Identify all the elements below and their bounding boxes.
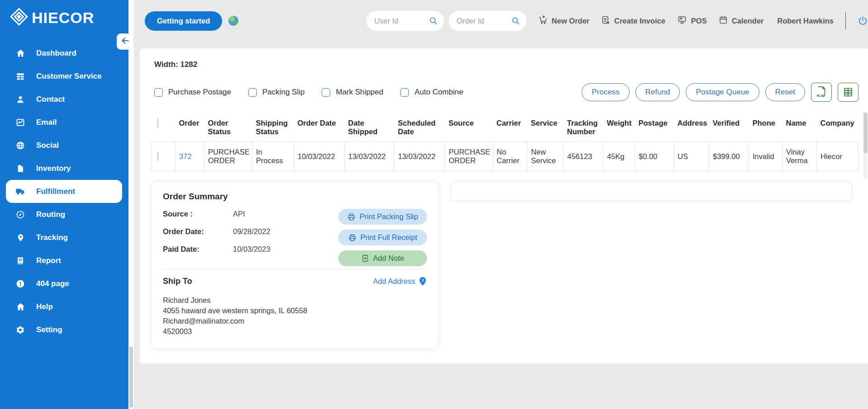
mark-shipped-checkbox[interactable]: Mark Shipped [322, 88, 383, 97]
col-verified: Verified [709, 114, 749, 142]
print-full-receipt-button[interactable]: Print Full Receipt [338, 230, 427, 245]
sidebar-item-dashboard[interactable]: Dashboard [0, 42, 128, 65]
file-icon [15, 164, 25, 173]
chart-line-icon [15, 118, 25, 127]
add-note-button[interactable]: Add Note [338, 250, 427, 266]
packing-slip-checkbox[interactable]: Packing Slip [248, 88, 305, 97]
field-label: Paid Date: [163, 245, 233, 254]
sidebar-item-fulfillment[interactable]: Fulfillment [6, 180, 122, 203]
print-packing-slip-label: Print Packing Slip [360, 212, 418, 221]
postage-queue-button[interactable]: Postage Queue [686, 83, 759, 101]
cell-service: New Service [527, 142, 564, 171]
cell-source: PURCHASE ORDER [445, 142, 493, 171]
invoice-icon [601, 15, 610, 26]
cell-order-status: PURCHASE ORDER [204, 142, 252, 171]
grid-icon [843, 87, 854, 98]
summary-fields: Source : API Order Date: 09/28/2022 Paid… [163, 210, 338, 266]
sidebar-item-contact[interactable]: Contact [0, 88, 128, 111]
process-button[interactable]: Process [582, 83, 629, 101]
arrow-left-icon [121, 36, 130, 47]
cell-scheduled-date: 13/03/2022 [394, 142, 445, 171]
sidebar-item-email[interactable]: Email [0, 111, 128, 134]
col-order: Order [175, 114, 204, 142]
calendar-button[interactable]: Calender [719, 15, 764, 26]
xls-label: XLS [816, 94, 824, 98]
auto-combine-checkbox[interactable]: Auto Combine [400, 88, 463, 97]
sidebar-item-inventory[interactable]: Inventory [0, 157, 128, 180]
globe-icon [15, 141, 25, 150]
printer-icon [347, 213, 356, 221]
checkbox-label: Auto Combine [414, 88, 463, 97]
filter-row: Purchase Postage Packing Slip Mark Shipp… [154, 83, 859, 102]
sidebar-item-label: Setting [36, 325, 62, 334]
export-xls-button[interactable]: XLS [811, 83, 832, 102]
sidebar-item-setting[interactable]: Setting [0, 318, 128, 341]
sidebar-item-customer-service[interactable]: Customer Service [0, 65, 128, 88]
logout-button[interactable] [858, 16, 868, 26]
table-scrollbar-track [863, 113, 868, 179]
printer-icon [348, 234, 356, 242]
reset-button[interactable]: Reset [765, 83, 805, 101]
create-invoice-button[interactable]: Create Invoice [601, 15, 665, 26]
brand-diamond-icon [10, 8, 28, 28]
table-view-button[interactable] [838, 83, 859, 102]
checkbox-label: Purchase Postage [168, 88, 231, 97]
field-label: Source : [163, 210, 233, 218]
source-field: Source : API [163, 210, 338, 218]
brand-logo[interactable]: HIECOR [0, 0, 128, 35]
sidebar-item-help[interactable]: Help [0, 295, 128, 318]
order-summary-title: Order Summary [163, 192, 427, 202]
pos-button[interactable]: POS [677, 15, 707, 26]
sidebar-scrollbar-track [128, 0, 134, 409]
row-checkbox[interactable] [157, 152, 158, 161]
sidebar-item-routing[interactable]: Routing [0, 203, 128, 226]
col-tracking-number: Tracking Number [564, 114, 603, 142]
col-order-date: Order Date [294, 114, 345, 142]
earth-globe-icon[interactable] [228, 16, 238, 26]
cell-shipping-status: In Process [252, 142, 294, 171]
fulfillment-panel: Width: 1282 Purchase Postage Packing Sli… [139, 48, 868, 364]
sidebar-item-label: Tracking [36, 233, 68, 242]
compass-icon [15, 210, 25, 219]
width-label: Width: 1282 [154, 60, 859, 69]
checkbox-label: Mark Shipped [336, 88, 383, 97]
user-id-search [366, 11, 444, 31]
search-icon[interactable] [429, 16, 438, 25]
user-icon [15, 95, 25, 104]
refund-button[interactable]: Refund [636, 83, 680, 101]
cell-verified: $399.00 [709, 142, 749, 171]
col-address: Address [674, 114, 709, 142]
user-id-search-input[interactable] [375, 17, 424, 25]
order-id-search-input[interactable] [457, 17, 507, 25]
col-postage: Postage [635, 114, 674, 142]
empty-panel [451, 181, 852, 201]
recipient-phone: 4520003 [163, 326, 427, 337]
sidebar-item-social[interactable]: Social [0, 134, 128, 157]
book-icon [15, 256, 25, 265]
cell-carrier: No Carrier [493, 142, 527, 171]
search-icon[interactable] [511, 16, 520, 25]
sidebar-collapse-button[interactable] [117, 33, 134, 50]
sidebar-item-404-page[interactable]: 404 page [0, 272, 128, 295]
summary-actions: Print Packing Slip Print Full Receipt Ad… [338, 209, 427, 266]
pos-label: POS [691, 17, 707, 25]
new-order-button[interactable]: New Order [538, 15, 589, 27]
add-address-link[interactable]: Add Address ? [373, 277, 427, 286]
field-value: API [233, 210, 245, 218]
sidebar-scrollbar-thumb[interactable] [129, 347, 133, 408]
sidebar-item-tracking[interactable]: Tracking [0, 226, 128, 249]
order-number-link[interactable]: 372 [179, 152, 192, 160]
cell-company: Hiecor [817, 142, 859, 171]
sidebar-item-label: Email [36, 118, 57, 127]
select-all-checkbox[interactable] [157, 118, 158, 127]
user-name[interactable]: Robert Hawkins [777, 17, 834, 25]
recipient-name: Richard Jones [163, 295, 427, 306]
table-header-row: Order Order Status Shipping Status Order… [152, 114, 859, 142]
print-packing-slip-button[interactable]: Print Packing Slip [338, 209, 427, 225]
sidebar-item-label: Inventory [36, 164, 71, 173]
getting-started-button[interactable]: Getting started [145, 11, 222, 31]
sidebar-item-report[interactable]: Report [0, 249, 128, 272]
table-scrollbar-thumb[interactable] [863, 113, 868, 153]
sidebar-item-label: Fulfillment [36, 187, 75, 196]
purchase-postage-checkbox[interactable]: Purchase Postage [154, 88, 231, 97]
